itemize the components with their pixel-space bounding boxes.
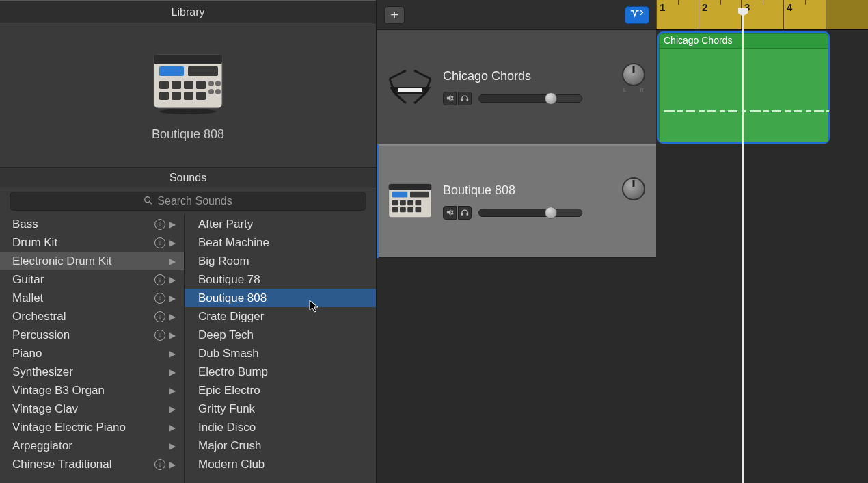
ruler-bar[interactable]: 4 <box>783 0 826 29</box>
category-item[interactable]: Piano▶ <box>0 344 184 363</box>
sound-item[interactable]: Boutique 78 <box>185 270 376 289</box>
svg-line-22 <box>390 79 395 94</box>
category-item[interactable]: Drum Kit↓▶ <box>0 233 184 252</box>
download-icon[interactable]: ↓ <box>154 459 165 470</box>
sound-label: Deep Tech <box>198 328 368 342</box>
track-row[interactable]: Boutique 808LR <box>377 144 656 259</box>
chevron-right-icon: ▶ <box>169 238 176 248</box>
sound-preview-name: Boutique 808 <box>152 127 224 142</box>
svg-rect-34 <box>392 192 408 198</box>
category-item[interactable]: Vintage B3 Organ▶ <box>0 381 184 400</box>
sound-label: Indie Disco <box>198 421 368 434</box>
ruler-bar[interactable]: 3 <box>741 0 783 29</box>
sound-column: After PartyBeat MachineBig RoomBoutique … <box>185 215 376 483</box>
pan-knob[interactable]: LR <box>622 177 645 200</box>
search-placeholder: Search Sounds <box>157 195 232 207</box>
sound-item[interactable]: Dub Smash <box>185 344 376 363</box>
category-label: Arpeggiator <box>12 439 169 453</box>
mute-button[interactable] <box>443 92 457 105</box>
svg-rect-35 <box>410 192 429 198</box>
sound-label: Beat Machine <box>198 236 368 250</box>
track-row[interactable]: Chicago ChordsLR <box>377 30 656 144</box>
svg-rect-41 <box>400 207 406 213</box>
add-track-button[interactable]: + <box>384 6 405 24</box>
midi-region[interactable]: Chicago Chords <box>659 33 828 142</box>
sound-item[interactable]: Major Crush <box>185 436 376 455</box>
sound-item[interactable]: Deep Tech <box>185 326 376 344</box>
category-item[interactable]: Chinese Traditional↓▶ <box>0 455 184 473</box>
svg-rect-11 <box>196 92 206 100</box>
download-icon[interactable]: ↓ <box>154 293 165 304</box>
category-label: Synthesizer <box>12 365 169 379</box>
category-item[interactable]: Percussion↓▶ <box>0 326 184 344</box>
sound-item[interactable]: Epic Electro <box>185 381 376 400</box>
search-input[interactable]: Search Sounds <box>10 192 366 211</box>
svg-point-13 <box>215 81 221 86</box>
sound-label: Boutique 78 <box>198 273 368 287</box>
sound-item[interactable]: Boutique 808 <box>185 289 376 307</box>
sound-item[interactable]: Indie Disco <box>185 418 376 436</box>
sound-item[interactable]: Electro Bump <box>185 363 376 381</box>
svg-line-24 <box>390 70 406 79</box>
category-item[interactable]: Synthesizer▶ <box>0 363 184 381</box>
sound-item[interactable]: Big Room <box>185 252 376 270</box>
svg-rect-43 <box>416 207 422 213</box>
solo-headphones-button[interactable] <box>458 92 472 105</box>
timeline-ruler[interactable]: 1234 <box>656 0 868 30</box>
sound-item[interactable]: Modern Club <box>185 455 376 473</box>
category-item[interactable]: Electronic Drum Kit▶ <box>0 252 184 270</box>
mute-button[interactable] <box>443 206 457 220</box>
timeline-body[interactable]: Chicago Chords <box>656 30 868 483</box>
chevron-right-icon: ▶ <box>169 404 176 414</box>
volume-slider[interactable] <box>478 209 582 217</box>
chevron-right-icon: ▶ <box>169 293 176 303</box>
track-thumbnail <box>385 66 435 107</box>
svg-marker-44 <box>446 209 450 216</box>
svg-point-15 <box>215 89 221 94</box>
ruler-bar[interactable]: 1 <box>656 0 699 29</box>
category-label: Guitar <box>12 273 154 287</box>
download-icon[interactable]: ↓ <box>154 219 165 230</box>
category-item[interactable]: Vintage Electric Piano▶ <box>0 418 184 436</box>
sound-item[interactable]: Beat Machine <box>185 233 376 252</box>
download-icon[interactable]: ↓ <box>154 311 165 322</box>
sound-label: Dub Smash <box>198 347 368 361</box>
category-label: Bass <box>12 218 154 231</box>
solo-headphones-button[interactable] <box>458 206 472 220</box>
search-icon <box>144 196 153 207</box>
chevron-right-icon: ▶ <box>169 220 176 229</box>
svg-rect-10 <box>184 92 193 100</box>
sound-label: Major Crush <box>198 439 368 453</box>
download-icon[interactable]: ↓ <box>154 237 165 248</box>
category-item[interactable]: Guitar↓▶ <box>0 270 184 289</box>
ruler-bar[interactable]: 2 <box>699 0 741 29</box>
svg-rect-47 <box>461 213 463 215</box>
sound-preview-image <box>151 49 225 115</box>
sound-item[interactable]: Crate Digger <box>185 307 376 326</box>
category-item[interactable]: Arpeggiator▶ <box>0 436 184 455</box>
svg-rect-30 <box>461 99 463 101</box>
category-item[interactable]: Mallet↓▶ <box>0 289 184 307</box>
category-item[interactable]: Vintage Clav▶ <box>0 400 184 418</box>
chevron-right-icon: ▶ <box>169 386 176 395</box>
category-label: Vintage B3 Organ <box>12 384 169 397</box>
track-filter-button[interactable] <box>625 6 649 24</box>
category-label: Chinese Traditional <box>12 458 154 471</box>
download-icon[interactable]: ↓ <box>154 274 165 285</box>
svg-rect-40 <box>392 207 398 213</box>
playhead[interactable] <box>742 15 744 483</box>
sound-item[interactable]: Gritty Funk <box>185 400 376 418</box>
svg-point-16 <box>159 109 217 114</box>
volume-slider[interactable] <box>478 94 582 103</box>
category-item[interactable]: Bass↓▶ <box>0 215 184 233</box>
category-item[interactable]: Orchestral↓▶ <box>0 307 184 326</box>
category-label: Drum Kit <box>12 236 154 250</box>
download-icon[interactable]: ↓ <box>154 330 165 341</box>
svg-rect-36 <box>392 200 398 206</box>
track-thumbnail <box>385 181 435 222</box>
tracks-panel: + Chicago ChordsLRBoutique 808LR <box>377 0 656 483</box>
sound-item[interactable]: After Party <box>185 215 376 233</box>
svg-line-20 <box>395 94 406 103</box>
category-label: Vintage Electric Piano <box>12 421 169 434</box>
pan-knob[interactable]: LR <box>622 63 645 86</box>
